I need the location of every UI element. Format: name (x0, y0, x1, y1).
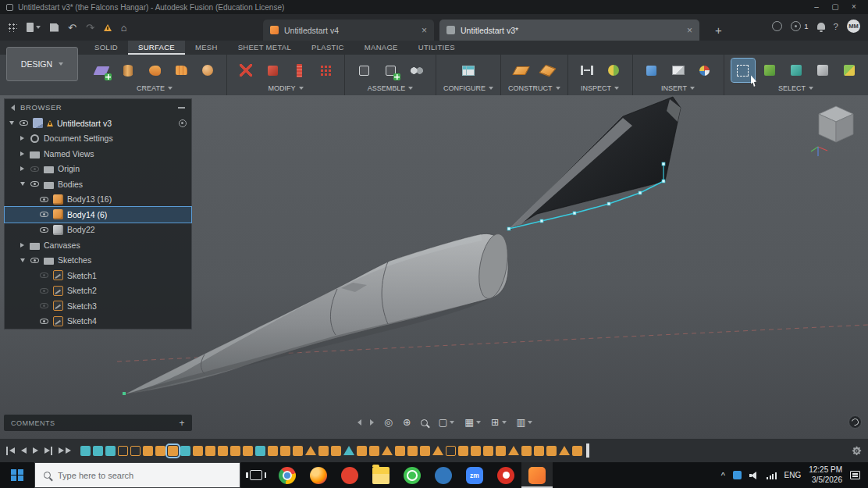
configure-dropdown-button[interactable]: CONFIGURE (443, 84, 493, 92)
tab-solid[interactable]: SOLID (84, 41, 128, 55)
collapse-browser-icon[interactable] (11, 105, 15, 111)
insert-canvas-button[interactable] (667, 59, 690, 82)
inspect-dropdown-button[interactable]: INSPECT (581, 84, 619, 92)
volume-icon[interactable] (749, 472, 759, 479)
visibility-eye-icon[interactable] (40, 227, 48, 233)
timeline-feature-icon[interactable] (93, 446, 103, 456)
select-dropdown-button[interactable]: SELECT (778, 84, 813, 92)
timeline-feature-icon[interactable] (496, 446, 506, 456)
timeline-feature-icon[interactable] (155, 446, 165, 456)
tree-row[interactable]: Named Views (5, 146, 191, 162)
tab-mesh[interactable]: MESH (185, 41, 228, 55)
timeline-feature-icon[interactable] (546, 446, 557, 456)
go-to-end-button[interactable] (59, 447, 71, 454)
tree-row[interactable]: Sketch1 (5, 268, 191, 283)
visibility-eye-icon[interactable] (40, 303, 48, 308)
tree-row[interactable]: Body14 (6) (5, 207, 191, 223)
tab-sheet-metal[interactable]: SHEET METAL (228, 41, 301, 55)
chevron-icon[interactable] (20, 166, 24, 171)
timeline-feature-icon[interactable] (521, 446, 532, 456)
taskbar-app-opera[interactable] (334, 462, 365, 488)
select-solid-button[interactable] (758, 59, 781, 82)
step-back-button[interactable] (21, 447, 27, 454)
chevron-icon[interactable] (20, 136, 24, 141)
display-settings-button[interactable]: ▦ (460, 413, 486, 432)
comments-bar[interactable]: COMMENTS + (4, 415, 192, 431)
capture-history-icon[interactable] (179, 119, 187, 127)
taskbar-app-task-view[interactable] (240, 462, 272, 488)
visibility-eye-icon[interactable] (40, 288, 48, 294)
redo-icon[interactable]: ↷ (86, 23, 94, 33)
timeline-feature-icon[interactable] (395, 446, 405, 456)
visibility-eye-icon[interactable] (30, 166, 39, 172)
timeline-feature-icon[interactable] (305, 446, 316, 455)
construct-dropdown-button[interactable]: CONSTRUCT (508, 84, 560, 92)
chevron-icon[interactable] (20, 243, 24, 248)
start-button[interactable] (0, 462, 34, 488)
doc-tab-untitledstart-v3[interactable]: Untitledstart v3* × (439, 20, 699, 41)
taskbar-app-edge[interactable] (428, 462, 459, 488)
chevron-icon[interactable] (20, 258, 25, 262)
timeline-feature-icon[interactable] (205, 446, 215, 456)
insert-decal-button[interactable] (693, 59, 717, 82)
visibility-eye-icon[interactable] (30, 181, 39, 187)
taskbar-search[interactable] (34, 462, 240, 488)
timeline-feature-icon[interactable] (318, 446, 329, 456)
revolve-tool-button[interactable] (116, 59, 140, 82)
visibility-eye-icon[interactable] (30, 258, 39, 263)
timeline-feature-icon[interactable] (255, 446, 265, 456)
tree-row[interactable]: Document Settings (5, 131, 191, 147)
browser-header[interactable]: BROWSER (5, 99, 191, 116)
timeline-feature-icon[interactable] (130, 446, 141, 456)
hidden-icons-caret[interactable]: ^ (721, 471, 725, 480)
network-icon[interactable] (767, 472, 777, 479)
taskbar-app-explorer[interactable] (365, 462, 397, 488)
section-analysis-button[interactable] (602, 59, 625, 82)
chevron-icon[interactable] (20, 182, 25, 186)
timeline-feature-icon[interactable] (105, 446, 116, 456)
construction-plane-button[interactable] (509, 59, 532, 82)
fit-button[interactable]: ▢ (433, 413, 459, 432)
zoom-button[interactable] (416, 413, 432, 432)
maximize-button[interactable]: ▢ (826, 0, 845, 14)
timeline-feature-icon[interactable] (343, 446, 354, 455)
language-indicator[interactable]: ENG (784, 471, 802, 479)
component-tool-button[interactable] (352, 59, 375, 82)
timeline-feature-icon[interactable] (293, 446, 303, 456)
taskbar-app-app-red[interactable] (490, 462, 521, 488)
timeline-feature-icon[interactable] (407, 446, 418, 456)
visibility-eye-icon[interactable] (20, 120, 28, 126)
tree-row[interactable]: Sketch4 (5, 314, 191, 329)
close-tab-icon[interactable]: × (687, 26, 692, 35)
new-component-tool-button[interactable] (379, 59, 402, 82)
play-button[interactable] (33, 447, 38, 454)
file-menu-button[interactable] (27, 23, 41, 32)
app-grid-icon[interactable] (8, 23, 17, 32)
configuration-table-button[interactable] (457, 59, 480, 82)
timeline-feature-icon[interactable] (143, 446, 153, 456)
extensions-icon[interactable] (772, 21, 782, 31)
ruler-tool-button[interactable] (287, 59, 311, 82)
3d-viewport[interactable]: BROWSER Untitledstart v3 Document Settin… (0, 95, 868, 439)
timeline-feature-icon[interactable] (432, 446, 443, 455)
tree-row[interactable]: Sketch3 (5, 298, 191, 314)
tab-manage[interactable]: MANAGE (354, 41, 408, 55)
delete-tool-button[interactable] (234, 59, 258, 82)
extrude-tool-button[interactable] (90, 59, 113, 82)
assemble-dropdown-button[interactable]: ASSEMBLE (368, 84, 414, 92)
loft-tool-button[interactable] (143, 59, 166, 82)
new-tab-button[interactable]: + (715, 23, 722, 37)
taskbar-app-zoom[interactable]: zm (459, 462, 490, 488)
timeline-feature-icon[interactable] (572, 446, 582, 456)
collapse-navbar-button[interactable] (353, 413, 379, 432)
timeline-feature-icon[interactable] (458, 446, 468, 456)
chevron-icon[interactable] (9, 121, 14, 125)
visibility-eye-icon[interactable] (40, 212, 48, 217)
timeline-feature-icon[interactable] (559, 446, 570, 455)
timeline-position-marker[interactable] (586, 443, 589, 458)
timeline-feature-icon[interactable] (118, 446, 128, 456)
pattern-tool-button[interactable] (314, 59, 337, 82)
add-comment-button[interactable]: + (179, 418, 185, 429)
home-icon[interactable]: ⌂ (121, 23, 127, 33)
help-icon[interactable]: ? (834, 22, 838, 31)
